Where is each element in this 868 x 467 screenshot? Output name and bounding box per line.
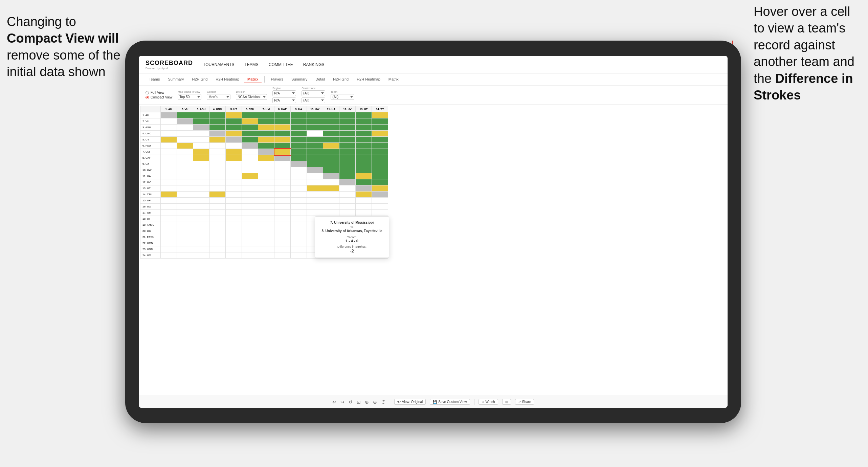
matrix-cell[interactable] — [339, 155, 356, 161]
matrix-cell[interactable] — [291, 234, 307, 240]
matrix-cell[interactable] — [291, 112, 307, 118]
matrix-cell[interactable] — [258, 216, 274, 222]
matrix-cell[interactable] — [356, 131, 372, 137]
matrix-cell[interactable] — [226, 179, 242, 185]
matrix-cell[interactable] — [372, 149, 388, 155]
matrix-cell[interactable] — [323, 198, 339, 204]
matrix-cell[interactable] — [339, 173, 356, 179]
matrix-cell[interactable] — [291, 210, 307, 216]
matrix-cell[interactable] — [323, 167, 339, 173]
matrix-cell[interactable] — [291, 228, 307, 234]
matrix-cell[interactable] — [242, 240, 258, 246]
matrix-cell[interactable] — [226, 131, 242, 137]
matrix-cell[interactable] — [274, 192, 291, 198]
matrix-cell[interactable] — [177, 192, 193, 198]
matrix-cell[interactable] — [258, 204, 274, 210]
matrix-cell[interactable] — [258, 222, 274, 228]
matrix-cell[interactable] — [161, 210, 177, 216]
matrix-cell[interactable] — [161, 118, 177, 125]
clock-icon[interactable]: ⏱ — [381, 399, 386, 405]
matrix-cell[interactable] — [339, 198, 356, 204]
matrix-cell[interactable] — [209, 185, 226, 192]
matrix-cell[interactable] — [372, 204, 388, 210]
matrix-cell[interactable] — [226, 167, 242, 173]
nav-rankings[interactable]: RANKINGS — [303, 62, 325, 67]
matrix-cell[interactable] — [242, 118, 258, 125]
matrix-cell[interactable] — [356, 118, 372, 125]
matrix-cell[interactable] — [274, 167, 291, 173]
matrix-cell[interactable] — [258, 246, 274, 252]
matrix-cell[interactable] — [161, 149, 177, 155]
matrix-cell[interactable] — [242, 228, 258, 234]
matrix-cell[interactable] — [307, 198, 323, 204]
matrix-cell[interactable] — [209, 228, 226, 234]
matrix-cell[interactable] — [291, 155, 307, 161]
matrix-cell[interactable] — [177, 210, 193, 216]
matrix-cell[interactable] — [356, 161, 372, 167]
matrix-cell[interactable] — [226, 112, 242, 118]
nav-committee[interactable]: COMMITTEE — [269, 62, 293, 67]
matrix-cell[interactable] — [242, 125, 258, 131]
matrix-cell[interactable] — [209, 192, 226, 198]
matrix-cell[interactable] — [161, 161, 177, 167]
matrix-cell[interactable] — [372, 155, 388, 161]
matrix-cell[interactable] — [274, 137, 291, 143]
watch-btn[interactable]: ⊙ Watch — [478, 399, 498, 405]
matrix-cell[interactable] — [193, 210, 209, 216]
matrix-cell[interactable] — [161, 137, 177, 143]
matrix-cell[interactable] — [307, 161, 323, 167]
matrix-cell[interactable] — [177, 167, 193, 173]
zoom-out-icon[interactable]: ⊖ — [373, 399, 377, 405]
matrix-cell[interactable] — [258, 185, 274, 192]
matrix-cell[interactable] — [209, 137, 226, 143]
matrix-cell[interactable] — [307, 204, 323, 210]
matrix-cell[interactable] — [339, 137, 356, 143]
matrix-cell[interactable] — [177, 173, 193, 179]
matrix-cell[interactable] — [242, 246, 258, 252]
matrix-cell[interactable] — [242, 161, 258, 167]
matrix-cell[interactable] — [193, 234, 209, 240]
matrix-cell[interactable] — [161, 173, 177, 179]
matrix-cell[interactable] — [339, 210, 356, 216]
matrix-cell[interactable] — [323, 125, 339, 131]
matrix-cell[interactable] — [209, 179, 226, 185]
matrix-cell[interactable] — [226, 246, 242, 252]
matrix-cell[interactable] — [372, 198, 388, 204]
matrix-cell[interactable] — [307, 185, 323, 192]
matrix-cell[interactable] — [274, 143, 291, 149]
matrix-cell[interactable] — [291, 192, 307, 198]
matrix-cell[interactable] — [258, 155, 274, 161]
matrix-cell[interactable] — [193, 118, 209, 125]
matrix-cell[interactable] — [323, 204, 339, 210]
matrix-cell[interactable] — [242, 234, 258, 240]
matrix-cell[interactable] — [291, 185, 307, 192]
matrix-cell[interactable] — [161, 143, 177, 149]
matrix-cell[interactable] — [226, 137, 242, 143]
matrix-cell[interactable] — [193, 167, 209, 173]
matrix-cell[interactable] — [193, 240, 209, 246]
matrix-cell[interactable] — [307, 118, 323, 125]
matrix-cell[interactable] — [258, 161, 274, 167]
matrix-cell[interactable] — [209, 118, 226, 125]
redo-icon[interactable]: ↪ — [340, 399, 344, 405]
subnav-h2h-heatmap2[interactable]: H2H Heatmap — [353, 76, 384, 83]
matrix-cell[interactable] — [226, 118, 242, 125]
matrix-cell[interactable] — [274, 179, 291, 185]
matrix-cell[interactable] — [356, 112, 372, 118]
matrix-cell[interactable] — [242, 185, 258, 192]
matrix-cell[interactable] — [323, 118, 339, 125]
matrix-cell[interactable] — [356, 185, 372, 192]
matrix-cell[interactable] — [372, 143, 388, 149]
matrix-cell[interactable] — [242, 149, 258, 155]
matrix-cell[interactable] — [339, 192, 356, 198]
matrix-cell[interactable] — [242, 210, 258, 216]
division-select[interactable]: NCAA Division I — [236, 94, 267, 100]
matrix-cell[interactable] — [209, 125, 226, 131]
matrix-cell[interactable] — [177, 234, 193, 240]
matrix-cell[interactable] — [226, 204, 242, 210]
matrix-cell[interactable] — [372, 112, 388, 118]
matrix-cell[interactable] — [307, 167, 323, 173]
matrix-cell[interactable] — [274, 222, 291, 228]
matrix-cell[interactable] — [193, 137, 209, 143]
matrix-cell[interactable] — [307, 137, 323, 143]
